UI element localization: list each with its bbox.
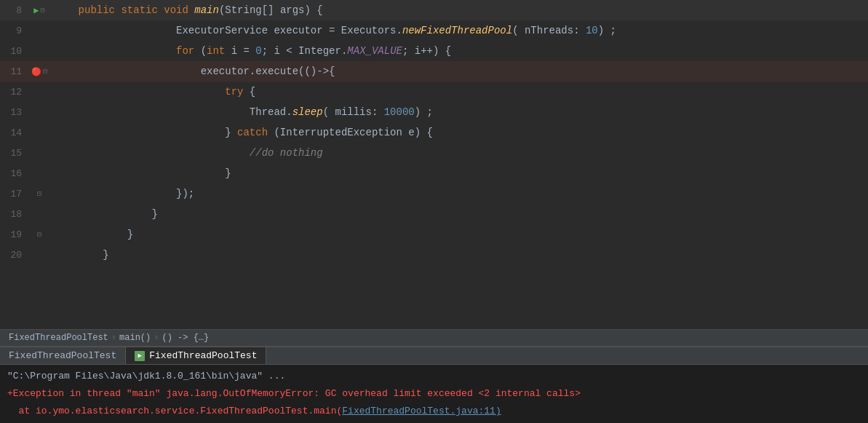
code-line-14: 14 } catch (InterruptedException e) {	[0, 122, 868, 143]
gutter-19: ⊟	[28, 230, 51, 239]
breadcrumb-sep1: ›	[111, 333, 116, 343]
line-content-15: //do nothing	[51, 143, 868, 163]
line-number-12: 12	[0, 87, 28, 98]
console-area: "C:\Program Files\Java\jdk1.8.0_161\bin\…	[0, 364, 868, 423]
code-line-8: 8▶⊟ public static void main(String[] arg…	[0, 0, 868, 20]
breadcrumb-class: FixedThreadPoolTest	[9, 333, 108, 343]
breadcrumb-method: main()	[119, 333, 151, 343]
code-area: 8▶⊟ public static void main(String[] arg…	[0, 0, 868, 329]
line-content-9: ExecutorService executor = Executors.new…	[51, 20, 868, 41]
line-number-14: 14	[0, 127, 28, 138]
line-number-17: 17	[0, 189, 28, 199]
console-text-2: at io.ymo.elasticsearch.service.FixedThr…	[7, 406, 342, 416]
code-line-10: 10 for (int i = 0; i < Integer.MAX_VALUE…	[0, 41, 868, 61]
fold-icon[interactable]: ⊟	[43, 67, 47, 76]
line-content-14: } catch (InterruptedException e) {	[51, 122, 868, 143]
error-icon: 🔴	[31, 67, 41, 76]
console-line-1: +Exception in thread "main" java.lang.Ou…	[0, 385, 868, 403]
line-content-20: }	[51, 245, 868, 265]
tab-0[interactable]: FixedThreadPoolTest	[0, 347, 126, 364]
line-number-15: 15	[0, 148, 28, 159]
gutter-8: ▶⊟	[28, 5, 51, 16]
line-number-20: 20	[0, 250, 28, 261]
gutter-11: 🔴⊟	[28, 67, 51, 76]
console-line-0: "C:\Program Files\Java\jdk1.8.0_161\bin\…	[0, 368, 868, 385]
fold-icon[interactable]: ⊟	[37, 189, 41, 198]
line-content-12: try {	[51, 82, 868, 102]
code-line-12: 12 try {	[0, 82, 868, 102]
line-content-18: }	[51, 204, 868, 224]
breadcrumb-lambda: () -> {…}	[162, 333, 209, 343]
code-line-19: 19⊟ }	[0, 224, 868, 245]
code-line-11: 11🔴⊟ executor.execute(()->{	[0, 61, 868, 82]
gutter-17: ⊟	[28, 189, 51, 198]
line-number-9: 9	[0, 25, 28, 36]
line-number-16: 16	[0, 168, 28, 179]
run-icon[interactable]: ▶	[33, 5, 39, 16]
line-number-18: 18	[0, 209, 28, 220]
line-content-17: });	[51, 183, 868, 204]
fold-icon[interactable]: ⊟	[41, 6, 45, 15]
console-link-2[interactable]: FixedThreadPoolTest.java:11)	[342, 406, 501, 416]
breadcrumb-sep2: ›	[154, 333, 159, 343]
tab-1[interactable]: ▶ FixedThreadPoolTest	[126, 347, 266, 364]
line-content-19: }	[51, 224, 868, 245]
line-content-13: Thread.sleep( millis: 10000) ;	[51, 102, 868, 122]
fold-icon[interactable]: ⊟	[37, 230, 41, 239]
tabs-bar: FixedThreadPoolTest ▶ FixedThreadPoolTes…	[0, 347, 868, 364]
tab-label-1: FixedThreadPoolTest	[149, 350, 257, 361]
line-content-16: }	[51, 163, 868, 183]
tab-label-0: FixedThreadPoolTest	[9, 350, 116, 361]
code-line-16: 16 }	[0, 163, 868, 183]
tab-icon-1: ▶	[135, 351, 145, 361]
console-line-2: at io.ymo.elasticsearch.service.FixedThr…	[0, 403, 868, 420]
line-content-10: for (int i = 0; i < Integer.MAX_VALUE; i…	[51, 41, 868, 61]
line-content-11: executor.execute(()->{	[51, 61, 868, 82]
line-number-11: 11	[0, 66, 28, 77]
line-content-8: public static void main(String[] args) {	[51, 0, 868, 20]
code-line-9: 9 ExecutorService executor = Executors.n…	[0, 20, 868, 41]
breadcrumb: FixedThreadPoolTest › main() › () -> {…}	[0, 329, 868, 347]
code-line-18: 18 }	[0, 204, 868, 224]
line-number-19: 19	[0, 229, 28, 240]
line-number-8: 8	[0, 5, 28, 16]
code-line-15: 15 //do nothing	[0, 143, 868, 163]
code-line-20: 20 }	[0, 245, 868, 265]
code-editor: 8▶⊟ public static void main(String[] arg…	[0, 0, 868, 423]
line-number-10: 10	[0, 46, 28, 57]
line-number-13: 13	[0, 107, 28, 118]
code-line-13: 13 Thread.sleep( millis: 10000) ;	[0, 102, 868, 122]
code-line-17: 17⊟ });	[0, 183, 868, 204]
